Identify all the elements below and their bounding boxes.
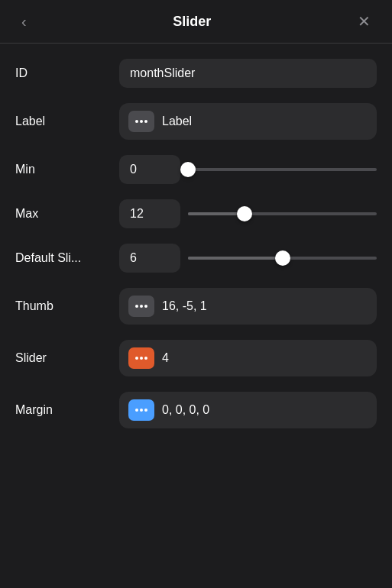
slider-label: Slider bbox=[15, 351, 107, 365]
default-slider-label: Default Sli... bbox=[15, 251, 107, 265]
id-row: ID monthSlider bbox=[15, 59, 377, 88]
close-button[interactable]: ✕ bbox=[352, 11, 377, 32]
back-button[interactable]: ‹ bbox=[15, 11, 33, 32]
thumb-label: Thumb bbox=[15, 299, 107, 313]
thumb-control: 16, -5, 1 bbox=[119, 288, 377, 325]
thumb-dots-button[interactable] bbox=[128, 296, 154, 317]
max-input[interactable]: 12 bbox=[119, 199, 180, 228]
label-row: Label Label bbox=[15, 103, 377, 140]
min-label: Min bbox=[15, 163, 107, 176]
min-row: Min 0 bbox=[15, 155, 377, 184]
slider-control: 4 bbox=[119, 340, 377, 376]
dots-icon bbox=[135, 120, 147, 123]
thumb-combo[interactable]: 16, -5, 1 bbox=[119, 288, 377, 325]
max-row: Max 12 bbox=[15, 199, 377, 228]
slider-row: Slider 4 bbox=[15, 340, 377, 376]
content: ID monthSlider Label Label Mi bbox=[0, 44, 392, 588]
margin-value: 0, 0, 0, 0 bbox=[162, 403, 209, 417]
margin-control: 0, 0, 0, 0 bbox=[119, 392, 377, 428]
panel: ‹ Slider ✕ ID monthSlider Label bbox=[0, 0, 392, 588]
thumb-row: Thumb 16, -5, 1 bbox=[15, 288, 377, 325]
panel-title: Slider bbox=[173, 14, 211, 30]
label-label: Label bbox=[15, 115, 107, 128]
min-slider-track[interactable] bbox=[188, 168, 377, 171]
margin-label: Margin bbox=[15, 403, 107, 417]
label-combo[interactable]: Label bbox=[119, 103, 377, 140]
label-control: Label bbox=[119, 103, 377, 140]
max-slider-track[interactable] bbox=[188, 212, 377, 215]
id-control: monthSlider bbox=[119, 59, 377, 88]
default-slider-input[interactable]: 6 bbox=[119, 244, 180, 273]
margin-row: Margin 0, 0, 0, 0 bbox=[15, 392, 377, 428]
max-label: Max bbox=[15, 207, 107, 221]
id-input[interactable]: monthSlider bbox=[119, 59, 377, 88]
default-slider-track[interactable] bbox=[188, 257, 377, 260]
dots-icon bbox=[135, 409, 147, 412]
thumb-value: 16, -5, 1 bbox=[162, 299, 207, 313]
margin-combo[interactable]: 0, 0, 0, 0 bbox=[119, 392, 377, 428]
max-control: 12 bbox=[119, 199, 377, 228]
slider-value: 4 bbox=[162, 351, 169, 365]
id-label: ID bbox=[15, 66, 107, 80]
label-dots-button[interactable] bbox=[128, 111, 154, 132]
min-control: 0 bbox=[119, 155, 377, 184]
min-input[interactable]: 0 bbox=[119, 155, 180, 184]
margin-dots-button[interactable] bbox=[128, 399, 154, 421]
default-slider-row: Default Sli... 6 bbox=[15, 244, 377, 273]
label-value: Label bbox=[162, 115, 192, 128]
slider-combo[interactable]: 4 bbox=[119, 340, 377, 376]
dots-icon bbox=[135, 357, 147, 360]
default-slider-control: 6 bbox=[119, 244, 377, 273]
slider-dots-button[interactable] bbox=[128, 347, 154, 369]
dots-icon bbox=[135, 305, 147, 308]
header: ‹ Slider ✕ bbox=[0, 0, 392, 44]
